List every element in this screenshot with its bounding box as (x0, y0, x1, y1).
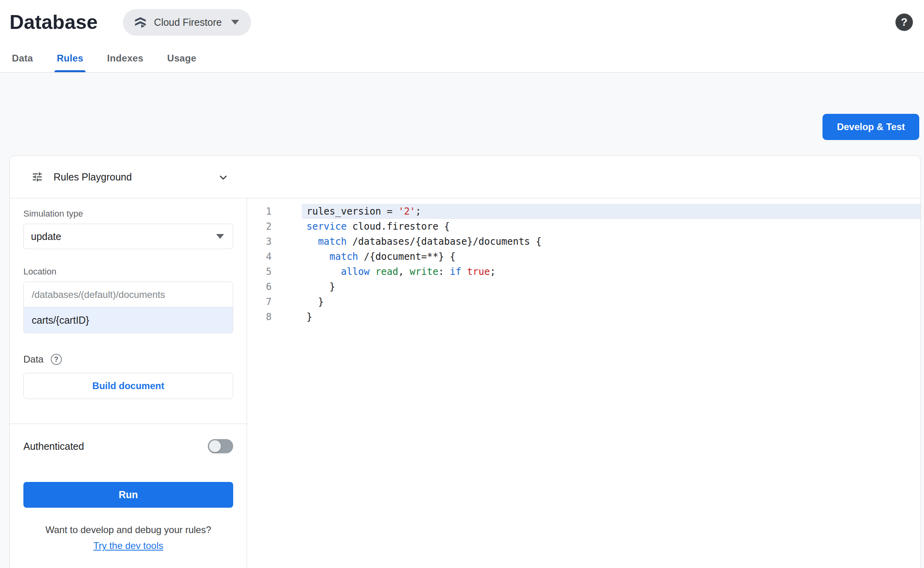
code-line-content[interactable]: match /databases/{database}/documents { (302, 234, 920, 249)
code-line: 7 } (247, 294, 920, 309)
code-line: 2service cloud.firestore { (247, 219, 920, 234)
line-number: 6 (247, 279, 274, 294)
code-editor[interactable]: 1rules_version = '2';2service cloud.fire… (247, 198, 920, 568)
code-line-content[interactable]: rules_version = '2'; (302, 204, 920, 219)
dev-tools-question: Want to develop and debug your rules? (23, 524, 233, 535)
code-line-content[interactable]: } (302, 279, 920, 294)
authenticated-label: Authenticated (23, 441, 84, 452)
simulation-type-select[interactable]: update (23, 224, 233, 249)
panel-divider (10, 424, 247, 424)
code-line-content[interactable]: } (302, 294, 920, 309)
collapse-chevron-icon[interactable] (215, 169, 232, 186)
line-number: 4 (247, 249, 274, 264)
rules-playground-panel: Simulation type update Location /databas… (10, 198, 247, 568)
data-help-icon[interactable]: ? (51, 354, 62, 365)
code-line: 8} (247, 309, 920, 324)
build-document-button[interactable]: Build document (23, 373, 233, 399)
location-label: Location (23, 267, 233, 277)
code-line-content[interactable]: } (302, 309, 920, 324)
product-selector-label: Cloud Firestore (154, 17, 222, 28)
content-area: Develop & Test Rules Playground (0, 73, 924, 568)
line-number: 8 (247, 309, 274, 324)
code-line: 5 allow read, write: if true; (247, 264, 920, 279)
location-group: /databases/(default)/documents carts/{ca… (23, 282, 233, 333)
data-row: Data ? (23, 354, 233, 365)
line-number: 3 (247, 234, 274, 249)
tab-data[interactable]: Data (0, 44, 45, 72)
location-input[interactable]: carts/{cartID} (24, 307, 233, 333)
tabs: DataRulesIndexesUsage (0, 44, 924, 73)
firestore-database-page: Database Cloud Firestore ? DataRulesInde… (0, 0, 924, 568)
run-button[interactable]: Run (23, 482, 233, 508)
code-line: 3 match /databases/{database}/documents … (247, 234, 920, 249)
code-line-content[interactable]: allow read, write: if true; (302, 264, 920, 279)
develop-test-button[interactable]: Develop & Test (822, 114, 919, 140)
firestore-icon (133, 15, 148, 29)
playground-title: Rules Playground (54, 171, 132, 183)
card-body: Simulation type update Location /databas… (10, 198, 920, 568)
line-number: 2 (247, 219, 274, 234)
line-number: 5 (247, 264, 274, 279)
authenticated-toggle[interactable] (208, 439, 233, 453)
code-line-content[interactable]: match /{document=**} { (302, 249, 920, 264)
chevron-down-icon (231, 20, 239, 25)
playground-header-left: Rules Playground (10, 171, 132, 183)
location-base-path: /databases/(default)/documents (24, 282, 233, 307)
authenticated-row: Authenticated (23, 434, 233, 459)
code-line: 1rules_version = '2'; (247, 204, 920, 219)
code-line-content[interactable]: service cloud.firestore { (302, 219, 920, 234)
actions-row: Develop & Test (0, 73, 924, 140)
tab-usage[interactable]: Usage (155, 44, 209, 72)
dev-tools-link[interactable]: Try the dev tools (23, 540, 233, 551)
data-label: Data (23, 354, 44, 365)
simulation-type-label: Simulation type (23, 209, 233, 219)
tab-rules[interactable]: Rules (45, 44, 95, 72)
product-selector-dropdown[interactable]: Cloud Firestore (123, 9, 251, 36)
page-title: Database (10, 11, 98, 34)
line-number: 7 (247, 294, 274, 309)
tune-icon (31, 171, 43, 183)
playground-header: Rules Playground (10, 156, 920, 198)
simulation-type-value: update (31, 231, 61, 242)
header: Database Cloud Firestore ? (0, 0, 924, 44)
help-icon[interactable]: ? (895, 13, 913, 31)
tab-indexes[interactable]: Indexes (95, 44, 155, 72)
toggle-knob (209, 440, 221, 452)
code-line: 6 } (247, 279, 920, 294)
line-number: 1 (247, 204, 274, 219)
select-caret-icon (216, 234, 224, 239)
code-line: 4 match /{document=**} { (247, 249, 920, 264)
rules-card: Rules Playground Simulation type update … (10, 155, 921, 568)
